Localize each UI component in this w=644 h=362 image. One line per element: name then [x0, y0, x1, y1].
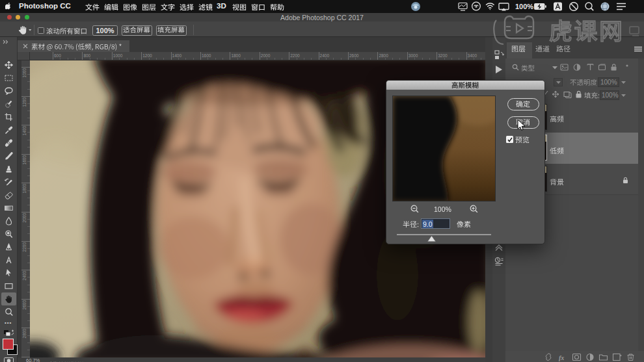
svg-text:fx: fx: [559, 354, 564, 361]
